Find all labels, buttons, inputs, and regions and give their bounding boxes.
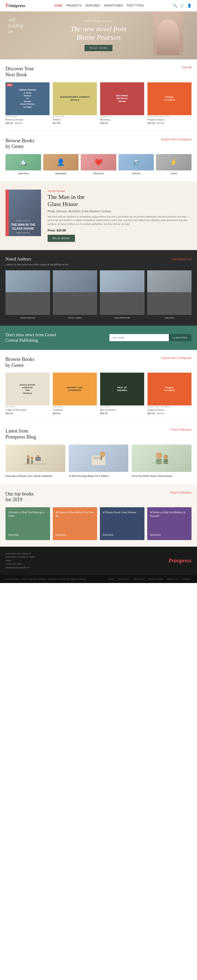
svg-rect-4 [35,457,41,461]
search-icon[interactable]: 🔍 [173,3,177,8]
footer-nav-features[interactable]: FEATURES [133,578,145,580]
authors-section: Noted Authors Full Authors List Authors … [0,250,197,326]
genre-romance[interactable]: ❤️ Romance [81,154,116,175]
blog-post-1-title: Finissage of Reads Like a Book exhibitio… [5,474,65,478]
genre-action[interactable]: ⚡ Action [156,154,192,175]
footer-nav-contact[interactable]: CONTACT [181,578,192,580]
top-book-1-link[interactable]: Read Here [8,533,47,536]
svg-rect-11 [101,456,102,460]
featured-read-more-button[interactable]: READ MORE [48,235,75,242]
top-book-2-link[interactable]: Read Here [56,533,95,536]
book-cover-2[interactable]: SHAKESPEARE'S SONNETS RETOLD [53,82,97,115]
discover-title: Discover Your Next Book [5,66,34,78]
authors-grid: Harold Stevens Simon Lander Amy Winterho… [5,270,192,319]
top-book-4-title: 10 books to Help You Believe in Yourself [150,511,189,531]
authors-full-list-link[interactable]: Full Authors List [172,258,192,261]
genre-books-grid: Chinua Achebe A MAN OF THE PEOPLE Joe St… [5,372,192,415]
blog-grid: Finissage of Reads Like a Book exhibitio… [5,445,192,478]
footer-nav-products[interactable]: PRODUCTS [118,578,130,580]
featured-cover-spine [5,189,9,236]
genre-book-cover-3[interactable]: BEST OF ENEMIES [100,372,144,406]
top-book-1[interactable]: 20 books to Help You Bring up a Child Re… [5,507,50,540]
blog-post-3[interactable]: Facts You Didn't Know About Books [132,445,192,478]
nav-features[interactable]: FEATURES [85,4,100,7]
svg-point-5 [37,455,39,457]
author-amy-photo[interactable] [100,270,145,315]
featured-category: George Stewart [48,189,192,192]
blog-post-2[interactable]: 10 Best Exciting Books for Children [69,445,129,478]
genre-book-price-3: $28.00 [100,412,144,415]
author-julia-photo[interactable] [147,270,192,315]
book-cover-3[interactable]: BECOMING MICHELLE OBAMA [100,82,144,115]
genre-action-img: ⚡ [156,154,192,170]
footer-nav-home[interactable]: HOME [108,578,114,580]
hero-person-image [153,11,183,55]
featured-book-cover-title: THE MAN IN THE GLASS HOUSE [8,223,39,230]
author-simon-photo[interactable] [53,270,97,315]
book-meta-1: Daniel Trejo [5,115,49,118]
genre-book-cover-4[interactable]: Penguin CLASSICS [148,372,192,406]
nav-home[interactable]: HOME [54,4,62,7]
book-cover-4[interactable]: Penguin CLASSICS [148,82,192,115]
author-harold-photo[interactable] [5,270,50,315]
book-meta-3: Daniel Trejo [100,115,144,118]
genre-explore-link-2[interactable]: Explore More Categories [161,356,192,360]
genre-book-name-3: Best of Enemies [100,409,144,411]
svg-point-12 [156,452,162,459]
genre-adventure[interactable]: 🏔️ Adventure [5,154,41,175]
top-book-3-title: 45 Books About Great Women [103,511,142,531]
top-books-header: Our top books for 2019 Fresh Collections [5,491,192,503]
book-card-2: SHAKESPEARE'S SONNETS RETOLD Daniel Trej… [53,82,97,124]
blog-fresh-link[interactable]: Fresh Collections [170,428,192,431]
genre-book-name-1: A Man of The People [5,409,49,411]
top-books-fresh-link[interactable]: Fresh Collections [170,491,192,494]
genre-header-1: Browse Books by Genre Explore More Categ… [5,138,192,150]
genre-science-img: 🔬 [119,154,154,170]
top-book-3-link[interactable]: Read More [103,533,142,536]
genre-biography[interactable]: 👤 Biography [43,154,79,175]
top-book-4-link[interactable]: Read More [150,533,189,536]
svg-rect-0 [27,458,29,464]
top-book-2[interactable]: 40 Books to Read Before You Turn 40 Read… [53,507,97,540]
svg-rect-16 [153,462,169,463]
top-book-1-title: 20 books to Help You Bring up a Child [8,511,47,531]
hero-cta-button[interactable]: READ MORE [84,45,113,51]
nav-links: HOME PRODUCTS FEATURES SHORTCODES POST T… [54,4,144,7]
genre-book-cover-1[interactable]: Chinua Achebe A MAN OF THE PEOPLE [5,372,49,406]
footer-address-block: 1418 River Drive, Suite 35 Cottonwood, C… [5,552,35,570]
genre-title-2: Browse Books by Genre [5,356,35,368]
genre-book-3: BEST OF ENEMIES Joe Stone Best of Enemie… [100,372,144,415]
blog-post-1[interactable]: Finissage of Reads Like a Book exhibitio… [5,445,65,478]
nav-products[interactable]: PRODUCTS [66,4,81,7]
nav-shortcodes[interactable]: SHORTCODES [104,4,123,7]
footer-nav-about[interactable]: ABOUT US [167,578,178,580]
author-amy-name: Amy Winterhold [100,317,145,319]
author-amy: Amy Winterhold [100,270,145,319]
book-name-3: Becoming [100,118,144,121]
author-julia: Julia John [147,270,192,319]
nav-post-types[interactable]: POST TYPES [127,4,144,7]
genre-book-cover-2[interactable]: INSTANT LOSS COOKBOOK [53,372,97,406]
discover-view-all[interactable]: View All [182,66,192,69]
footer-logo[interactable]: Printpress [168,558,192,564]
user-icon[interactable]: 👤 [187,3,192,8]
top-book-3[interactable]: 45 Books About Great Women Read More [100,507,145,540]
svg-rect-6 [24,464,46,464]
book-card-1: Sale SIMON JENKINS A Short History of Eu… [5,82,49,124]
genre-book-price-2: $28.00 [53,412,97,415]
footer-nav-shortcodes[interactable]: SHORTCODES [148,578,164,580]
newsletter-subscribe-button[interactable]: SUBSCRIBE [169,334,192,341]
book-price-4: $20.00 $26.00 [148,122,192,124]
genre-title-1: Browse Books by Genre [5,138,35,150]
newsletter-email-input[interactable] [110,334,169,341]
author-julia-name: Julia John [147,317,192,319]
genre-explore-link-1[interactable]: Explore More Categories [161,138,192,141]
genre-science[interactable]: 🔬 Science [119,154,154,175]
svg-point-14 [164,455,168,459]
cart-icon[interactable]: 🛒 [180,3,184,8]
book-cover-1[interactable]: Sale SIMON JENKINS A Short History of Eu… [5,82,49,115]
book-meta-2: Daniel Trejo [53,115,97,118]
blog-post-3-title: Facts You Didn't Know About Books [132,474,192,478]
logo[interactable]: Printpress [5,3,25,8]
top-book-4[interactable]: 10 books to Help You Believe in Yourself… [147,507,192,540]
